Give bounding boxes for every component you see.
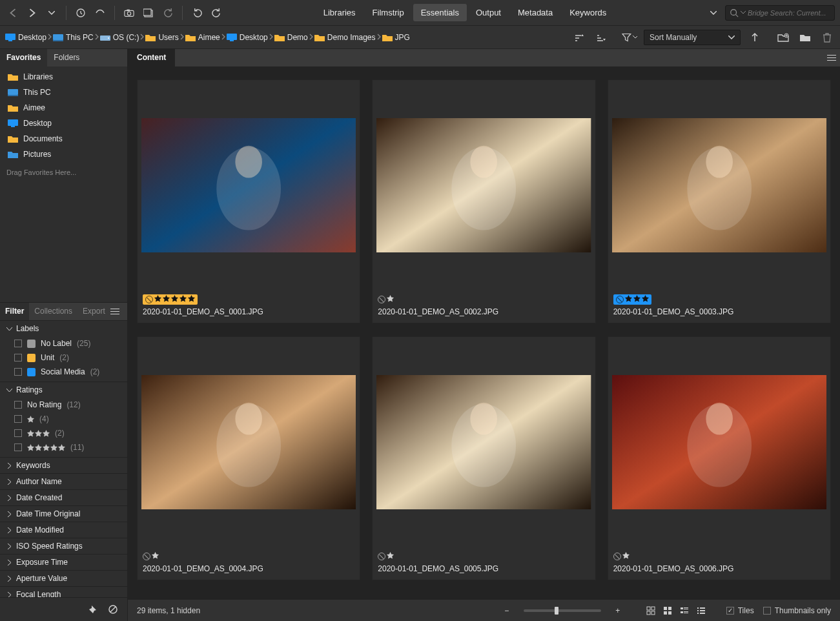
breadcrumb-item[interactable]: Desktop	[5, 33, 46, 42]
filter-section-header[interactable]: Aperture Value	[0, 571, 127, 586]
filter-row[interactable]: No Rating (12)	[0, 398, 127, 412]
open-folder-button[interactable]	[797, 30, 813, 45]
view-grid-large-button[interactable]	[661, 604, 675, 618]
chevron-right-icon	[6, 511, 12, 517]
filter-section-header[interactable]: Labels	[0, 321, 127, 336]
get-photos-button[interactable]	[121, 5, 137, 21]
workspace-tab-keywords[interactable]: Keywords	[562, 4, 614, 21]
checkbox[interactable]	[14, 368, 22, 376]
filter-section-header[interactable]: Exposure Time	[0, 555, 127, 570]
filter-section-header[interactable]: Keywords	[0, 458, 127, 473]
rating-bar	[143, 551, 354, 562]
rotate-ccw-button[interactable]	[189, 5, 205, 21]
workspace-tab-metadata[interactable]: Metadata	[510, 4, 560, 21]
workspace-tab-output[interactable]: Output	[468, 4, 509, 21]
favorite-item[interactable]: Pictures	[0, 147, 127, 162]
breadcrumb-item[interactable]: Demo	[274, 33, 308, 42]
filter-section-header[interactable]: Focal Length	[0, 587, 127, 597]
svg-rect-17	[8, 95, 18, 96]
filter-section-header[interactable]: Date Time Original	[0, 506, 127, 522]
breadcrumb-item[interactable]: Desktop	[227, 33, 268, 42]
svg-rect-8	[8, 40, 12, 41]
star-icon	[622, 552, 630, 561]
boomerang-button[interactable]	[92, 5, 108, 21]
thumbnail-card[interactable]: 2020-01-01_DEMO_AS_0005.JPG	[372, 336, 595, 580]
checkbox[interactable]	[14, 354, 22, 361]
favorite-item[interactable]: Libraries	[0, 69, 127, 85]
nav-back-button[interactable]	[5, 5, 21, 21]
favorite-item[interactable]: This PC	[0, 85, 127, 100]
filter-row[interactable]: Unit (2)	[0, 351, 127, 365]
favorite-item[interactable]: Documents	[0, 131, 127, 147]
workspace-tab-filmstrip[interactable]: Filmstrip	[365, 4, 412, 21]
filter-section-header[interactable]: Ratings	[0, 382, 127, 398]
recent-button[interactable]	[73, 5, 88, 21]
view-list-button[interactable]	[694, 604, 708, 618]
checkbox[interactable]	[14, 429, 22, 437]
zoom-in-button[interactable]: +	[610, 603, 626, 618]
breadcrumb-item[interactable]: Users	[145, 33, 178, 42]
filter-tab-collections[interactable]: Collections	[29, 303, 77, 320]
checkbox[interactable]	[14, 340, 22, 347]
breadcrumb-item[interactable]: Aimee	[185, 33, 220, 42]
new-folder-button[interactable]	[775, 30, 791, 45]
thumbnail-card[interactable]: 2020-01-01_DEMO_AS_0001.JPG	[137, 79, 360, 323]
nav-dropdown-button[interactable]	[44, 5, 59, 21]
favorite-item[interactable]: Aimee	[0, 100, 127, 116]
pin-button[interactable]	[85, 602, 100, 617]
favorite-item[interactable]: Desktop	[0, 116, 127, 131]
filter-funnel-button[interactable]	[622, 30, 637, 45]
checkbox[interactable]	[14, 443, 22, 451]
clear-filter-button[interactable]	[105, 602, 121, 617]
trash-button[interactable]	[819, 30, 835, 45]
file-name: 2020-01-01_DEMO_AS_0001.JPG	[143, 307, 354, 316]
filter-section-header[interactable]: ISO Speed Ratings	[0, 538, 127, 554]
filter-row[interactable]: (11)	[0, 440, 127, 454]
side-tab-favorites[interactable]: Favorites	[0, 49, 47, 66]
breadcrumb-item[interactable]: This PC	[53, 33, 94, 42]
checkbox[interactable]	[14, 415, 22, 423]
open-in-app-button[interactable]	[141, 5, 156, 21]
nav-forward-button[interactable]	[25, 5, 40, 21]
filter-section-header[interactable]: Date Created	[0, 490, 127, 505]
workspace-tab-essentials[interactable]: Essentials	[413, 4, 467, 21]
filter-row[interactable]: No Label (25)	[0, 336, 127, 351]
panel-menu-button[interactable]	[823, 55, 836, 61]
panel-menu-button[interactable]	[110, 309, 119, 314]
workspace-more-button[interactable]	[706, 5, 721, 21]
thumbnail-card[interactable]: 2020-01-01_DEMO_AS_0002.JPG	[372, 79, 595, 323]
side-tab-folders[interactable]: Folders	[47, 49, 86, 66]
sort-direction-button[interactable]	[747, 30, 763, 45]
filter-row[interactable]: (2)	[0, 426, 127, 440]
breadcrumb-item[interactable]: OS (C:)	[100, 33, 139, 42]
filter-section-header[interactable]: Date Modified	[0, 522, 127, 538]
workspace-tab-libraries[interactable]: Libraries	[316, 4, 364, 21]
thumbnail-card[interactable]: 2020-01-01_DEMO_AS_0003.JPG	[608, 79, 831, 323]
rating-filter-asc-button[interactable]	[571, 30, 587, 45]
breadcrumb-item[interactable]: JPG	[382, 33, 410, 42]
thumbnail-card[interactable]: 2020-01-01_DEMO_AS_0004.JPG	[137, 336, 360, 580]
search-box[interactable]	[725, 5, 835, 21]
tab-content[interactable]: Content	[128, 49, 175, 66]
filter-section-header[interactable]: Author Name	[0, 474, 127, 489]
filter-tab-filter[interactable]: Filter	[0, 303, 29, 320]
view-grid-button[interactable]	[644, 604, 658, 618]
view-details-button[interactable]	[677, 604, 691, 618]
zoom-out-button[interactable]: −	[499, 603, 515, 618]
chevron-right-icon	[95, 33, 99, 42]
thumbnail-image	[141, 118, 356, 252]
search-input[interactable]	[748, 9, 830, 17]
breadcrumb-item[interactable]: Demo Images	[314, 33, 376, 42]
checkbox[interactable]	[14, 401, 22, 409]
thumbnail-card[interactable]: 2020-01-01_DEMO_AS_0006.JPG	[608, 336, 831, 580]
thumbnails-only-checkbox[interactable]: Thumbnails only	[763, 606, 831, 615]
filter-row[interactable]: Social Media (2)	[0, 365, 127, 379]
sort-dropdown[interactable]: Sort Manually	[644, 30, 741, 45]
refine-button[interactable]	[160, 5, 176, 21]
rating-filter-desc-button[interactable]	[593, 30, 609, 45]
tiles-checkbox[interactable]: ✓Tiles	[726, 606, 754, 615]
thumb-size-slider[interactable]	[524, 609, 601, 612]
rotate-cw-button[interactable]	[209, 5, 224, 21]
filter-row[interactable]: (4)	[0, 412, 127, 426]
filter-tab-export[interactable]: Export	[77, 303, 110, 320]
